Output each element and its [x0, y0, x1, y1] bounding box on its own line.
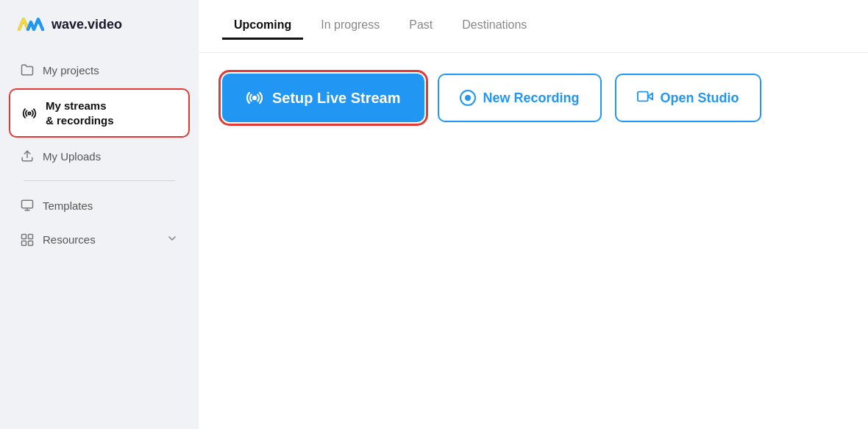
template-icon	[21, 199, 34, 212]
sidebar-item-my-projects[interactable]: My projects	[9, 54, 190, 85]
setup-live-stream-label: Setup Live Stream	[272, 90, 401, 107]
sidebar-item-templates[interactable]: Templates	[9, 190, 190, 221]
sidebar-item-label-my-streams: My streams& recordings	[46, 99, 114, 127]
new-recording-label: New Recording	[483, 91, 580, 106]
resources-icon	[21, 233, 34, 247]
svg-rect-7	[22, 241, 26, 245]
svg-marker-10	[647, 93, 652, 99]
content-area: Setup Live Stream New Recording	[199, 53, 868, 429]
broadcast-btn-icon	[246, 89, 263, 107]
logo-icon	[18, 15, 44, 34]
svg-rect-11	[637, 91, 647, 101]
folder-icon	[21, 63, 34, 77]
svg-rect-2	[22, 200, 33, 208]
sidebar-item-my-streams[interactable]: My streams& recordings	[9, 88, 190, 138]
open-studio-label: Open Studio	[661, 91, 739, 106]
svg-rect-5	[22, 234, 26, 238]
sidebar-item-label-resources: Resources	[43, 233, 96, 246]
svg-rect-8	[29, 241, 33, 245]
logo-text: wave.video	[51, 17, 122, 32]
new-recording-button[interactable]: New Recording	[438, 74, 602, 122]
tab-in-progress[interactable]: In progress	[309, 13, 391, 40]
upload-icon	[21, 149, 34, 163]
sidebar-item-resources[interactable]: Resources	[9, 224, 190, 255]
sidebar-divider	[24, 180, 175, 181]
sidebar: wave.video My projects My	[0, 0, 199, 429]
sidebar-nav: My projects My streams& recordings	[0, 49, 199, 261]
sidebar-item-my-uploads[interactable]: My Uploads	[9, 141, 190, 171]
svg-rect-6	[29, 234, 33, 238]
chevron-down-icon	[166, 233, 178, 247]
open-studio-button[interactable]: Open Studio	[615, 74, 761, 122]
action-buttons: Setup Live Stream New Recording	[222, 74, 844, 122]
sidebar-item-label-templates: Templates	[43, 199, 93, 212]
svg-point-0	[28, 112, 30, 114]
sidebar-item-label-my-projects: My projects	[43, 64, 99, 77]
studio-icon	[637, 88, 653, 108]
resources-left: Resources	[21, 233, 96, 247]
logo-area: wave.video	[0, 0, 199, 49]
tab-upcoming[interactable]: Upcoming	[222, 13, 303, 40]
tab-past[interactable]: Past	[397, 13, 444, 40]
tab-destinations[interactable]: Destinations	[450, 13, 538, 40]
tabs-bar: Upcoming In progress Past Destinations	[199, 0, 868, 53]
main-content: Upcoming In progress Past Destinations S…	[199, 0, 868, 429]
svg-point-9	[253, 96, 256, 99]
record-icon	[460, 90, 476, 106]
sidebar-item-label-my-uploads: My Uploads	[43, 150, 101, 163]
setup-live-stream-button[interactable]: Setup Live Stream	[222, 74, 424, 122]
broadcast-icon	[22, 106, 37, 121]
